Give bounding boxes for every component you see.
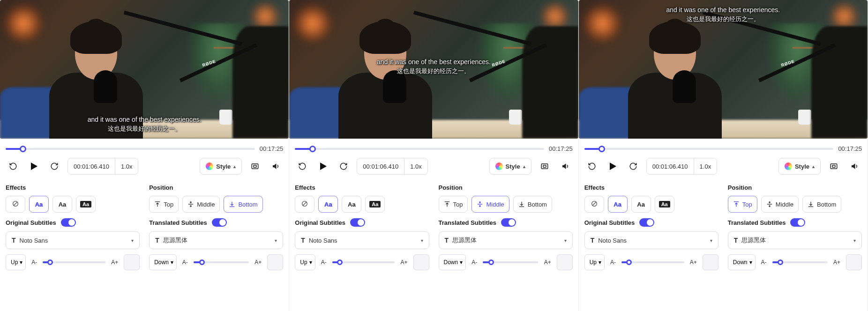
position-bottom-button[interactable]: Bottom xyxy=(802,196,841,213)
original-font-select[interactable]: TNoto Sans▾ xyxy=(295,231,429,249)
original-color-button[interactable] xyxy=(124,254,140,270)
volume-button[interactable] xyxy=(558,159,573,174)
font-smaller-button[interactable]: A- xyxy=(30,259,39,266)
font-larger-button[interactable]: A+ xyxy=(542,259,553,266)
translated-direction-select[interactable]: Down ▾ xyxy=(149,254,177,270)
speed-select[interactable]: 1.0x xyxy=(404,158,427,174)
font-smaller-button[interactable]: A- xyxy=(319,259,329,266)
font-larger-button[interactable]: A+ xyxy=(253,259,263,266)
original-size-slider[interactable] xyxy=(332,261,395,263)
translated-subtitles-toggle[interactable] xyxy=(501,218,516,227)
forward-button[interactable] xyxy=(336,159,351,174)
original-subtitles-toggle[interactable] xyxy=(61,218,76,227)
effect-outline-button[interactable]: Aa xyxy=(318,196,338,213)
translated-subtitles-toggle[interactable] xyxy=(790,218,805,227)
position-top-button[interactable]: Top xyxy=(149,196,179,213)
translated-direction-select[interactable]: Down▾ xyxy=(728,254,756,270)
effect-outline-button[interactable]: Aa xyxy=(29,196,49,213)
font-larger-button[interactable]: A+ xyxy=(688,259,699,266)
font-smaller-button[interactable]: A- xyxy=(180,259,190,266)
translated-font-select[interactable]: T思源黑体▾ xyxy=(439,231,573,249)
translated-color-button[interactable] xyxy=(846,254,862,270)
volume-button[interactable] xyxy=(847,159,862,174)
effect-plain-button[interactable]: Aa xyxy=(342,196,361,213)
font-smaller-button[interactable]: A- xyxy=(470,259,479,266)
timecode-field[interactable]: 00:01:06.410 xyxy=(68,158,115,174)
forward-button[interactable] xyxy=(626,159,641,174)
original-font-select[interactable]: T Noto Sans ▾ xyxy=(6,231,140,249)
translated-color-button[interactable] xyxy=(557,254,573,270)
play-button[interactable] xyxy=(315,159,330,174)
translated-size-slider[interactable] xyxy=(772,261,828,263)
original-direction-select[interactable]: Up▾ xyxy=(584,254,605,270)
original-font-select[interactable]: TNoto Sans▾ xyxy=(584,231,718,249)
slider-thumb[interactable] xyxy=(778,259,783,265)
effect-box-button[interactable]: Aa xyxy=(76,196,96,213)
rewind-button[interactable] xyxy=(6,159,21,174)
fullscreen-button[interactable] xyxy=(826,159,841,174)
fullscreen-button[interactable] xyxy=(247,159,262,174)
play-button[interactable] xyxy=(26,159,41,174)
slider-thumb[interactable] xyxy=(488,259,494,265)
fullscreen-button[interactable] xyxy=(537,159,552,174)
effect-outline-button[interactable]: Aa xyxy=(608,196,628,213)
rewind-button[interactable] xyxy=(584,159,599,174)
progress-slider[interactable] xyxy=(6,148,255,150)
translated-subtitles-toggle[interactable] xyxy=(212,218,227,227)
progress-slider[interactable] xyxy=(584,148,834,150)
position-middle-button[interactable]: Middle xyxy=(471,196,509,213)
play-button[interactable] xyxy=(605,159,620,174)
progress-thumb[interactable] xyxy=(20,146,26,152)
speed-select[interactable]: 1.0x xyxy=(115,158,138,174)
position-top-button[interactable]: Top xyxy=(439,196,468,213)
effect-none-button[interactable] xyxy=(6,196,25,213)
translated-size-slider[interactable] xyxy=(194,261,249,263)
original-direction-select[interactable]: Up▾ xyxy=(295,254,315,270)
original-direction-select[interactable]: Up ▾ xyxy=(6,254,26,270)
progress-thumb[interactable] xyxy=(599,146,605,152)
position-bottom-button[interactable]: Bottom xyxy=(224,196,262,213)
translated-color-button[interactable] xyxy=(267,254,283,270)
slider-thumb[interactable] xyxy=(199,259,205,265)
original-subtitles-toggle[interactable] xyxy=(639,218,654,227)
font-larger-button[interactable]: A+ xyxy=(831,259,842,266)
effect-box-button[interactable]: Aa xyxy=(655,196,674,213)
effect-none-button[interactable] xyxy=(584,196,604,213)
slider-thumb[interactable] xyxy=(47,259,53,265)
translated-font-select[interactable]: T 思源黑体 ▾ xyxy=(149,231,283,249)
translated-font-select[interactable]: T思源黑体▾ xyxy=(728,231,862,249)
progress-slider[interactable] xyxy=(295,148,544,150)
original-color-button[interactable] xyxy=(703,254,718,270)
slider-thumb[interactable] xyxy=(626,259,632,265)
style-dropdown[interactable]: Style▴ xyxy=(489,158,531,175)
speed-select[interactable]: 1.0x xyxy=(694,158,717,174)
rewind-button[interactable] xyxy=(295,159,310,174)
effect-box-button[interactable]: Aa xyxy=(365,196,385,213)
progress-thumb[interactable] xyxy=(309,146,316,152)
position-bottom-button[interactable]: Bottom xyxy=(513,196,552,213)
timecode-field[interactable]: 00:01:06.410 xyxy=(647,158,694,174)
translated-direction-select[interactable]: Down▾ xyxy=(439,254,466,270)
style-dropdown[interactable]: Style▴ xyxy=(778,158,821,175)
effect-none-button[interactable] xyxy=(295,196,314,213)
font-smaller-button[interactable]: A- xyxy=(759,259,769,266)
position-top-button[interactable]: Top xyxy=(728,196,757,213)
position-middle-button[interactable]: Middle xyxy=(761,196,799,213)
forward-button[interactable] xyxy=(47,159,62,174)
volume-button[interactable] xyxy=(268,159,283,174)
effect-plain-button[interactable]: Aa xyxy=(52,196,72,213)
duration-label: 00:17:25 xyxy=(838,145,862,152)
font-larger-button[interactable]: A+ xyxy=(109,259,120,266)
original-color-button[interactable] xyxy=(413,254,429,270)
original-subtitles-toggle[interactable] xyxy=(350,218,365,227)
original-size-slider[interactable] xyxy=(43,261,105,263)
slider-thumb[interactable] xyxy=(337,259,343,265)
font-smaller-button[interactable]: A- xyxy=(608,259,618,266)
original-size-slider[interactable] xyxy=(621,261,684,263)
style-dropdown[interactable]: Style ▴ xyxy=(200,158,242,175)
translated-size-slider[interactable] xyxy=(483,261,538,263)
timecode-field[interactable]: 00:01:06.410 xyxy=(357,158,404,174)
position-middle-button[interactable]: Middle xyxy=(182,196,220,213)
effect-plain-button[interactable]: Aa xyxy=(631,196,651,213)
font-larger-button[interactable]: A+ xyxy=(398,259,409,266)
